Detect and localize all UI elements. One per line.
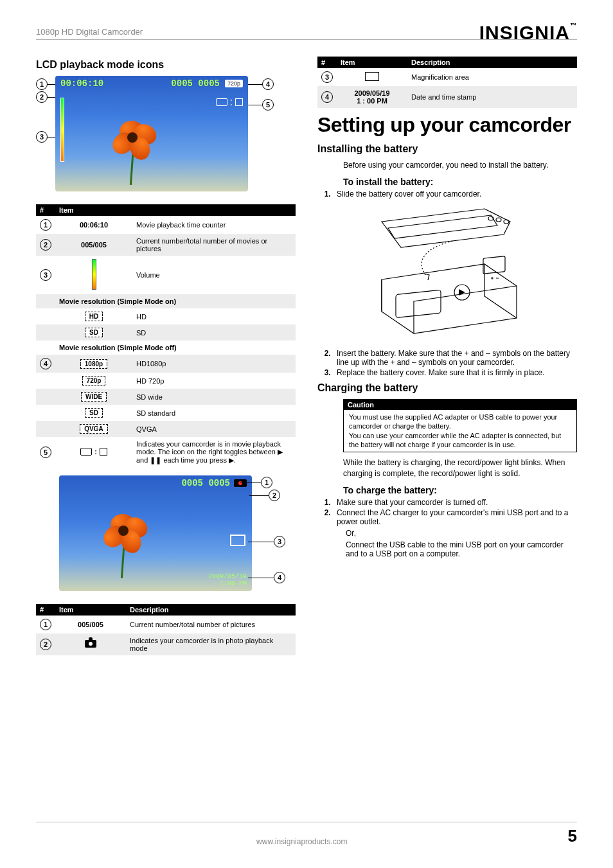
lcd2-illustration-wrap: 0005 0005 2009/05/191:00 PM 1 xyxy=(36,475,296,604)
row-item: 005/005 xyxy=(55,234,132,256)
th-num: # xyxy=(317,57,337,68)
callout-3: 3 xyxy=(36,131,48,143)
icon-table-movie: # Item 1 00:06:10 Movie playback time co… xyxy=(36,204,296,468)
svg-point-2 xyxy=(504,220,509,224)
footer-url: www.insigniaproducts.com xyxy=(256,837,347,846)
th-item: Item xyxy=(337,57,407,68)
step: Slide the battery cover off your camcord… xyxy=(333,190,577,199)
intro-text: Before using your camcorder, you need to… xyxy=(343,160,577,170)
subsection-heading: Installing the battery xyxy=(317,143,577,155)
caution-text: You can use your camcorder while the AC … xyxy=(349,431,571,450)
res-box-icon: SD xyxy=(85,328,103,337)
th-desc: Description xyxy=(126,604,296,616)
row-desc: SD xyxy=(132,324,296,341)
magnification-icon xyxy=(230,535,245,546)
row-desc: SD wide xyxy=(132,389,296,405)
datetime-stamp: 2009/05/191:00 PM xyxy=(208,573,247,587)
step-continuation: Or, xyxy=(346,529,577,538)
camera-icon xyxy=(85,640,96,648)
volume-bar-icon xyxy=(92,259,96,290)
caution-label: Caution xyxy=(344,400,576,410)
row-desc: Magnification area xyxy=(407,68,577,86)
svg-point-1 xyxy=(496,218,501,222)
callout-1: 1 xyxy=(261,477,272,488)
step: Connect the AC charger to your camcorder… xyxy=(333,508,577,526)
charge-steps: Make sure that your camcorder is turned … xyxy=(333,498,577,526)
install-steps-cont: Insert the battery. Make sure that the +… xyxy=(333,349,577,377)
lcd-count: 0005 0005 xyxy=(171,78,220,89)
th-item: Item xyxy=(55,204,296,216)
lcd-res-chip: 720p xyxy=(225,80,243,87)
row-num: 2 xyxy=(40,639,51,650)
row-desc: HD1080p xyxy=(132,355,296,373)
intro-text: While the battery is charging, the recor… xyxy=(343,457,577,478)
caution-text: You must use the supplied AC adapter or … xyxy=(349,412,571,431)
row-num: 1 xyxy=(40,619,51,630)
callout-2: 2 xyxy=(269,490,280,501)
install-steps: Slide the battery cover off your camcord… xyxy=(333,190,577,199)
play-pause-icon xyxy=(235,98,243,106)
icon-table-photo: # Item Description 1 005/005 Current num… xyxy=(36,604,296,655)
callout-4: 4 xyxy=(262,78,274,90)
camcorder-icon xyxy=(216,98,227,106)
res-box-icon: WIDE xyxy=(81,392,107,402)
row-desc: QVGA xyxy=(132,421,296,437)
callout-1: 1 xyxy=(36,78,48,90)
row-num: 2 xyxy=(40,239,51,251)
callout-4: 4 xyxy=(274,572,285,583)
row-desc: Indicates your camcorder is in movie pla… xyxy=(132,437,296,468)
section-label: Movie resolution (Simple Mode off) xyxy=(55,341,296,355)
step: Replace the battery cover. Make sure tha… xyxy=(333,368,577,377)
step: Make sure that your camcorder is turned … xyxy=(333,498,577,507)
row-num: 1 xyxy=(40,219,51,231)
row-desc: Indicates your camcorder is in photo pla… xyxy=(126,633,296,655)
lcd-count: 0005 0005 xyxy=(181,478,230,488)
page-number: 5 xyxy=(568,826,577,846)
step: Insert the battery. Make sure that the +… xyxy=(333,349,577,367)
row-desc: Volume xyxy=(132,256,296,294)
brand-logo: INSIGNIA™ xyxy=(479,22,577,44)
res-box-icon: 1080p xyxy=(80,359,107,369)
row-num: 4 xyxy=(40,358,51,369)
row-desc: SD standard xyxy=(132,405,296,421)
playback-mode-icon: : xyxy=(80,448,107,456)
caution-box: Caution You must use the supplied AC ada… xyxy=(343,399,577,452)
th-item: Item xyxy=(55,604,126,616)
subsection-heading: Charging the battery xyxy=(317,382,577,394)
row-desc: HD 720p xyxy=(132,373,296,389)
lcd-screen-photo: 0005 0005 2009/05/191:00 PM xyxy=(59,475,252,591)
lcd-screen: 00:06:10 0005 0005 720p : xyxy=(55,76,248,191)
row-num: 3 xyxy=(40,269,51,281)
res-box-icon: HD xyxy=(85,312,103,321)
row-item: 005/005 xyxy=(55,616,126,633)
left-column: LCD playback mode icons 1 2 3 4 5 00:06:… xyxy=(36,57,296,655)
callout-3: 3 xyxy=(274,536,285,547)
step-continuation: Connect the USB cable to the mini USB po… xyxy=(346,540,577,558)
row-item: 00:06:10 xyxy=(55,216,132,234)
icon-table-photo-cont: # Item Description 3 Magnification area … xyxy=(317,57,577,108)
section-label: Movie resolution (Simple Mode on) xyxy=(55,294,296,308)
row-desc: Current number/total number of movies or… xyxy=(132,234,296,256)
th-num: # xyxy=(36,204,55,216)
row-desc: HD xyxy=(132,308,296,324)
page-title: Setting up your camcorder xyxy=(317,113,577,137)
camera-icon xyxy=(234,479,247,487)
row-num: 3 xyxy=(321,71,333,83)
flower-photo xyxy=(94,114,171,185)
res-box-icon: QVGA xyxy=(80,424,107,434)
row-desc: Current number/total number of pictures xyxy=(126,616,296,633)
th-num: # xyxy=(36,604,55,616)
row-desc: Movie playback time counter xyxy=(132,216,296,234)
res-box-icon: SD xyxy=(85,408,103,418)
res-box-icon: 720p xyxy=(82,376,106,385)
volume-bar-icon xyxy=(60,98,64,162)
callout-2: 2 xyxy=(36,91,48,103)
svg-rect-3 xyxy=(396,290,441,317)
row-num: 5 xyxy=(40,447,51,458)
page-footer: www.insigniaproducts.com 5 xyxy=(36,822,577,846)
procedure-heading: To charge the battery: xyxy=(343,485,577,495)
section-heading: LCD playback mode icons xyxy=(36,59,296,71)
lcd-time: 00:06:10 xyxy=(60,78,103,89)
row-desc: Date and time stamp xyxy=(407,86,577,108)
row-num: 4 xyxy=(321,91,333,103)
